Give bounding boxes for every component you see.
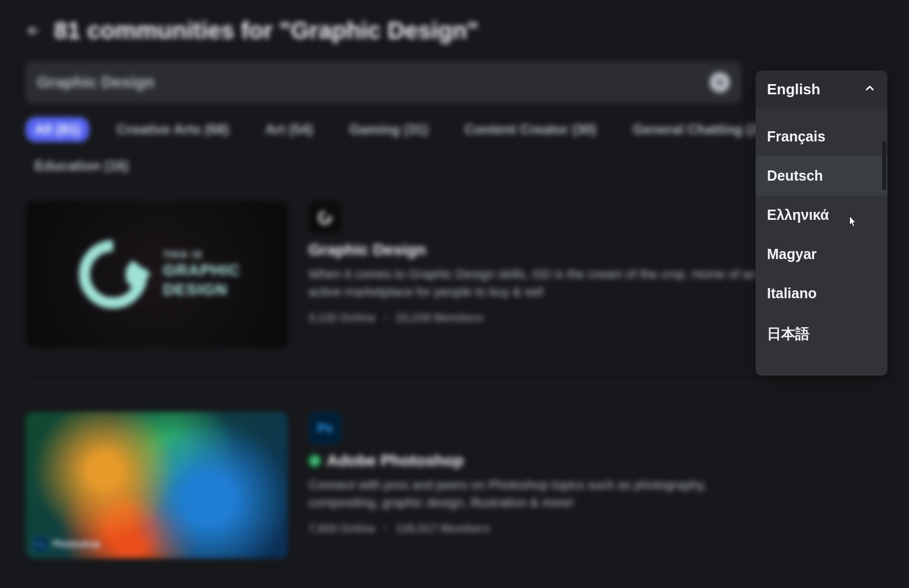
meta-separator-icon [385,316,387,319]
page-title: 81 communities for "Graphic Design" [54,17,478,44]
thumb-text-small: THIS IS [163,250,240,260]
thumb-label: Photoshop [53,539,101,549]
result-body: Ps Adobe Photoshop Connect with pros and… [308,412,883,558]
language-option[interactable]: Français [756,117,887,156]
filter-chip[interactable]: Art (54) [256,117,322,142]
filter-chip[interactable]: Creative Arts (68) [107,117,238,142]
result-meta: 7,920 Online 126,017 Members [308,522,883,535]
ps-badge-icon: Ps [34,537,48,552]
result-title: Graphic Design [308,241,426,259]
language-option[interactable]: Magyar [756,235,887,274]
thumb-text-big2: DESIGN [163,281,240,299]
page-title-query: "Graphic Design" [280,17,478,44]
server-icon: Ps [308,412,341,445]
filter-chip[interactable]: All (81) [26,117,89,142]
svg-line-2 [718,80,723,85]
result-thumbnail: Ps Photoshop [26,412,288,558]
language-option[interactable]: Deutsch [756,156,887,195]
language-selector[interactable]: English NederlandsFrançaisDeutschΕλληνικ… [756,70,887,376]
result-description: When it comes to Graphic Design skills, … [308,266,774,301]
page-title-prefix: 81 communities for [54,17,280,44]
meta-separator-icon [385,527,387,529]
chevron-up-icon [864,81,876,98]
language-option-list: NederlandsFrançaisDeutschΕλληνικάMagyarI… [756,109,887,355]
back-arrow-icon[interactable] [26,23,40,38]
search-row: Graphic Design [26,61,883,103]
gd-logo-icon [73,235,153,314]
language-option[interactable]: 日本語 [756,313,887,355]
filter-chip[interactable]: Gaming (31) [340,117,437,142]
member-count: 126,017 Members [396,522,490,535]
verified-icon [308,454,321,467]
svg-line-1 [718,80,723,85]
online-count: 7,920 Online [308,522,376,535]
online-count: 3,132 Online [308,311,376,324]
thumb-text-big1: GRAPHIC [163,261,240,280]
language-option[interactable]: Nederlands [756,109,887,117]
thumb-label-row: Ps Photoshop [34,537,101,552]
result-divider [26,383,883,383]
filter-chips: All (81)Creative Arts (68)Art (54)Gaming… [26,117,883,178]
language-option[interactable]: Ελληνικά [756,195,887,235]
result-description: Connect with pros and peers on Photoshop… [308,477,774,512]
result-item[interactable]: THIS IS GRAPHIC DESIGN Graphic Design Wh… [26,201,883,348]
language-list-viewport: NederlandsFrançaisDeutschΕλληνικάMagyarI… [756,109,887,376]
language-current[interactable]: English [756,70,887,109]
results-list: THIS IS GRAPHIC DESIGN Graphic Design Wh… [26,201,883,558]
filter-chip[interactable]: Education (16) [26,153,137,178]
filter-chip[interactable]: Content Creator (30) [456,117,606,142]
language-option[interactable]: Italiano [756,274,887,313]
member-count: 23,239 Members [396,311,484,324]
result-thumbnail: THIS IS GRAPHIC DESIGN [26,201,288,348]
clear-search-icon[interactable] [710,72,730,93]
header-row: 81 communities for "Graphic Design" [26,17,883,44]
language-current-label: English [767,81,820,98]
scrollbar-thumb[interactable] [882,141,886,190]
search-input[interactable]: Graphic Design [26,61,741,103]
server-icon [308,201,341,234]
result-title: Adobe Photoshop [327,452,464,470]
search-input-value: Graphic Design [37,73,710,91]
result-item[interactable]: Ps Photoshop Ps Adobe Photoshop Connect … [26,412,883,558]
